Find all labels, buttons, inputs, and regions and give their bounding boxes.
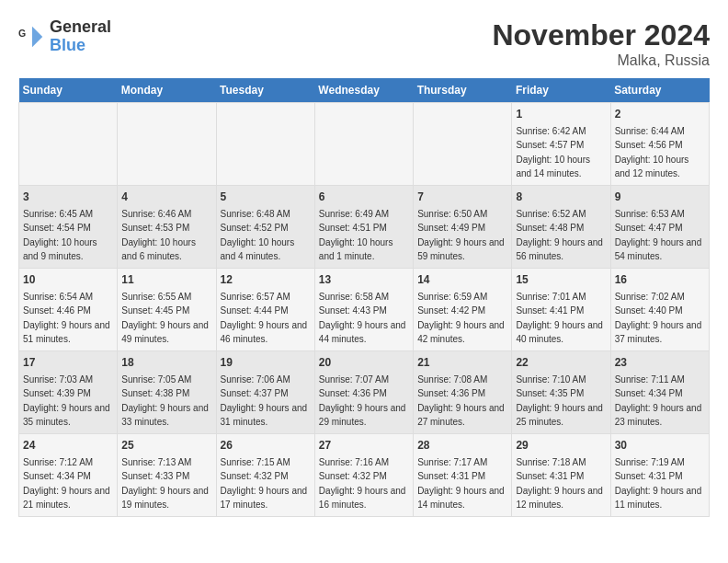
calendar-cell: 22Sunrise: 7:10 AM Sunset: 4:35 PM Dayli…	[512, 351, 610, 434]
calendar-cell: 2Sunrise: 6:44 AM Sunset: 4:56 PM Daylig…	[610, 103, 709, 186]
calendar-week-1: 1Sunrise: 6:42 AM Sunset: 4:57 PM Daylig…	[19, 103, 710, 186]
col-header-tuesday: Tuesday	[216, 78, 314, 103]
day-number: 27	[319, 438, 409, 454]
day-info: Sunrise: 6:57 AM Sunset: 4:44 PM Dayligh…	[221, 292, 308, 344]
day-number: 21	[417, 355, 507, 371]
day-info: Sunrise: 7:12 AM Sunset: 4:34 PM Dayligh…	[23, 457, 110, 510]
svg-text:G: G	[18, 28, 26, 39]
day-info: Sunrise: 7:07 AM Sunset: 4:36 PM Dayligh…	[319, 374, 406, 427]
location: Malka, Russia	[492, 52, 710, 69]
logo-text: General Blue	[50, 18, 111, 55]
day-info: Sunrise: 7:06 AM Sunset: 4:37 PM Dayligh…	[221, 374, 308, 427]
col-header-friday: Friday	[512, 78, 610, 103]
col-header-wednesday: Wednesday	[314, 78, 413, 103]
day-info: Sunrise: 6:44 AM Sunset: 4:56 PM Dayligh…	[615, 126, 689, 178]
calendar-cell: 8Sunrise: 6:52 AM Sunset: 4:48 PM Daylig…	[512, 186, 610, 269]
day-info: Sunrise: 7:13 AM Sunset: 4:33 PM Dayligh…	[121, 457, 209, 510]
day-info: Sunrise: 6:55 AM Sunset: 4:45 PM Dayligh…	[121, 292, 209, 344]
day-number: 14	[417, 272, 507, 288]
day-info: Sunrise: 7:19 AM Sunset: 4:31 PM Dayligh…	[615, 457, 702, 510]
svg-marker-1	[32, 27, 42, 48]
day-number: 25	[121, 438, 211, 454]
calendar-cell: 19Sunrise: 7:06 AM Sunset: 4:37 PM Dayli…	[216, 351, 314, 434]
calendar-cell: 6Sunrise: 6:49 AM Sunset: 4:51 PM Daylig…	[314, 186, 413, 269]
day-info: Sunrise: 6:54 AM Sunset: 4:46 PM Dayligh…	[23, 292, 110, 344]
day-info: Sunrise: 6:53 AM Sunset: 4:47 PM Dayligh…	[615, 209, 702, 261]
calendar-cell: 14Sunrise: 6:59 AM Sunset: 4:42 PM Dayli…	[414, 269, 512, 351]
calendar-cell: 7Sunrise: 6:50 AM Sunset: 4:49 PM Daylig…	[414, 186, 512, 269]
calendar-cell	[314, 103, 413, 186]
day-info: Sunrise: 7:10 AM Sunset: 4:35 PM Dayligh…	[516, 374, 603, 427]
day-number: 15	[516, 272, 606, 288]
calendar-cell: 21Sunrise: 7:08 AM Sunset: 4:36 PM Dayli…	[414, 351, 512, 434]
day-info: Sunrise: 6:45 AM Sunset: 4:54 PM Dayligh…	[23, 209, 97, 261]
calendar-cell: 10Sunrise: 6:54 AM Sunset: 4:46 PM Dayli…	[19, 269, 118, 351]
calendar-cell	[414, 103, 512, 186]
day-info: Sunrise: 7:03 AM Sunset: 4:39 PM Dayligh…	[23, 374, 110, 427]
logo-icon: G	[18, 23, 46, 51]
calendar-cell: 16Sunrise: 7:02 AM Sunset: 4:40 PM Dayli…	[610, 269, 709, 351]
calendar-header-row: SundayMondayTuesdayWednesdayThursdayFrid…	[19, 78, 710, 103]
calendar-cell: 18Sunrise: 7:05 AM Sunset: 4:38 PM Dayli…	[118, 351, 216, 434]
day-number: 24	[23, 438, 113, 454]
calendar-cell	[118, 103, 216, 186]
col-header-saturday: Saturday	[610, 78, 709, 103]
calendar-cell: 17Sunrise: 7:03 AM Sunset: 4:39 PM Dayli…	[19, 351, 118, 434]
calendar-cell: 29Sunrise: 7:18 AM Sunset: 4:31 PM Dayli…	[512, 434, 610, 517]
calendar-cell: 20Sunrise: 7:07 AM Sunset: 4:36 PM Dayli…	[314, 351, 413, 434]
day-number: 3	[23, 190, 113, 205]
day-info: Sunrise: 7:18 AM Sunset: 4:31 PM Dayligh…	[516, 457, 603, 510]
calendar-cell: 1Sunrise: 6:42 AM Sunset: 4:57 PM Daylig…	[512, 103, 610, 186]
col-header-sunday: Sunday	[19, 78, 118, 103]
day-info: Sunrise: 7:01 AM Sunset: 4:41 PM Dayligh…	[516, 292, 603, 344]
day-number: 10	[23, 272, 113, 288]
calendar-week-2: 3Sunrise: 6:45 AM Sunset: 4:54 PM Daylig…	[19, 186, 710, 269]
day-info: Sunrise: 7:11 AM Sunset: 4:34 PM Dayligh…	[615, 374, 702, 427]
day-info: Sunrise: 6:49 AM Sunset: 4:51 PM Dayligh…	[319, 209, 393, 261]
calendar-cell: 23Sunrise: 7:11 AM Sunset: 4:34 PM Dayli…	[610, 351, 709, 434]
day-number: 4	[121, 190, 211, 205]
col-header-thursday: Thursday	[414, 78, 512, 103]
calendar-cell: 12Sunrise: 6:57 AM Sunset: 4:44 PM Dayli…	[216, 269, 314, 351]
calendar-cell	[19, 103, 118, 186]
day-number: 22	[516, 355, 606, 371]
day-info: Sunrise: 6:48 AM Sunset: 4:52 PM Dayligh…	[221, 209, 295, 261]
calendar-cell: 5Sunrise: 6:48 AM Sunset: 4:52 PM Daylig…	[216, 186, 314, 269]
day-number: 2	[615, 107, 705, 122]
day-info: Sunrise: 6:50 AM Sunset: 4:49 PM Dayligh…	[417, 209, 505, 261]
day-info: Sunrise: 7:15 AM Sunset: 4:32 PM Dayligh…	[221, 457, 308, 510]
calendar-cell: 25Sunrise: 7:13 AM Sunset: 4:33 PM Dayli…	[118, 434, 216, 517]
col-header-monday: Monday	[118, 78, 216, 103]
day-info: Sunrise: 7:16 AM Sunset: 4:32 PM Dayligh…	[319, 457, 406, 510]
day-info: Sunrise: 6:58 AM Sunset: 4:43 PM Dayligh…	[319, 292, 406, 344]
day-number: 1	[516, 107, 606, 122]
calendar-cell: 30Sunrise: 7:19 AM Sunset: 4:31 PM Dayli…	[610, 434, 709, 517]
calendar-cell	[216, 103, 314, 186]
day-number: 8	[516, 190, 606, 205]
day-info: Sunrise: 6:42 AM Sunset: 4:57 PM Dayligh…	[516, 126, 590, 178]
calendar-week-3: 10Sunrise: 6:54 AM Sunset: 4:46 PM Dayli…	[19, 269, 710, 351]
month-title: November 2024	[492, 18, 710, 52]
day-info: Sunrise: 7:17 AM Sunset: 4:31 PM Dayligh…	[417, 457, 505, 510]
day-number: 23	[615, 355, 705, 371]
day-info: Sunrise: 6:52 AM Sunset: 4:48 PM Dayligh…	[516, 209, 603, 261]
day-number: 12	[221, 272, 311, 288]
day-number: 11	[121, 272, 211, 288]
calendar-cell: 15Sunrise: 7:01 AM Sunset: 4:41 PM Dayli…	[512, 269, 610, 351]
calendar-cell: 4Sunrise: 6:46 AM Sunset: 4:53 PM Daylig…	[118, 186, 216, 269]
calendar-cell: 28Sunrise: 7:17 AM Sunset: 4:31 PM Dayli…	[414, 434, 512, 517]
day-info: Sunrise: 6:59 AM Sunset: 4:42 PM Dayligh…	[417, 292, 505, 344]
day-info: Sunrise: 7:08 AM Sunset: 4:36 PM Dayligh…	[417, 374, 505, 427]
day-number: 19	[221, 355, 311, 371]
calendar-cell: 26Sunrise: 7:15 AM Sunset: 4:32 PM Dayli…	[216, 434, 314, 517]
calendar-cell: 9Sunrise: 6:53 AM Sunset: 4:47 PM Daylig…	[610, 186, 709, 269]
calendar-cell: 27Sunrise: 7:16 AM Sunset: 4:32 PM Dayli…	[314, 434, 413, 517]
day-number: 13	[319, 272, 409, 288]
day-info: Sunrise: 6:46 AM Sunset: 4:53 PM Dayligh…	[121, 209, 196, 261]
day-number: 26	[221, 438, 311, 454]
day-number: 20	[319, 355, 409, 371]
calendar-cell: 11Sunrise: 6:55 AM Sunset: 4:45 PM Dayli…	[118, 269, 216, 351]
day-number: 16	[615, 272, 705, 288]
header: G General Blue November 2024 Malka, Russ…	[18, 18, 710, 69]
day-number: 6	[319, 190, 409, 205]
